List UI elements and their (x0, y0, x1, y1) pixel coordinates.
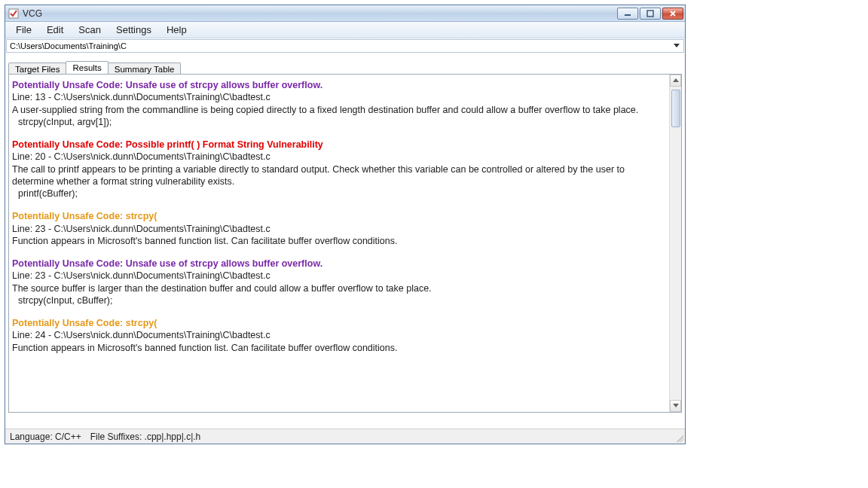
finding-description: The call to printf appears to be printin… (12, 163, 665, 188)
path-text: C:\Users\Documents\Training\C (8, 41, 671, 50)
menu-bar: File Edit Scan Settings Help (5, 22, 685, 38)
menu-scan[interactable]: Scan (71, 22, 108, 38)
svg-rect-1 (625, 14, 631, 16)
tab-results[interactable]: Results (66, 61, 108, 74)
menu-help[interactable]: Help (159, 22, 194, 38)
chevron-down-icon[interactable] (671, 44, 682, 48)
scroll-down-icon[interactable] (670, 400, 681, 412)
results-panel: Potentially Unsafe Code: Unsafe use of s… (8, 74, 682, 413)
finding-item[interactable]: Potentially Unsafe Code: Unsafe use of s… (12, 258, 665, 307)
status-bar: Language: C/C++ File Suffixes: .cpp|.hpp… (5, 429, 685, 444)
finding-title: Potentially Unsafe Code: Possible printf… (12, 139, 665, 151)
finding-item[interactable]: Potentially Unsafe Code: strcpy(Line: 23… (12, 210, 665, 247)
finding-code-snippet: strcpy(cInput, cBuffer); (12, 294, 665, 307)
minimize-button[interactable] (617, 8, 638, 20)
tab-target-files[interactable]: Target Files (8, 63, 66, 75)
window-controls (617, 8, 683, 20)
finding-title: Potentially Unsafe Code: strcpy( (12, 317, 665, 329)
finding-description: Function appears in Microsoft's banned f… (12, 235, 665, 247)
finding-location: Line: 20 - C:\Users\nick.dunn\Documents\… (12, 151, 665, 163)
vertical-scrollbar[interactable] (669, 75, 681, 412)
vcg-window: VCG File Edit Scan Settings Help C:\User… (5, 5, 686, 444)
menu-settings[interactable]: Settings (108, 22, 159, 38)
app-icon (8, 8, 19, 19)
finding-title: Potentially Unsafe Code: Unsafe use of s… (12, 79, 665, 91)
title-bar[interactable]: VCG (5, 5, 685, 22)
tab-summary-table[interactable]: Summary Table (108, 63, 182, 75)
status-language: Language: C/C++ (10, 432, 81, 442)
status-suffixes: File Suffixes: .cpp|.hpp|.c|.h (90, 432, 201, 442)
close-button[interactable] (662, 8, 683, 20)
finding-title: Potentially Unsafe Code: strcpy( (12, 210, 665, 222)
finding-code-snippet: printf(cBuffer); (12, 188, 665, 200)
finding-item[interactable]: Potentially Unsafe Code: Possible printf… (12, 139, 665, 200)
path-combo[interactable]: C:\Users\Documents\Training\C (6, 39, 684, 53)
finding-description: Function appears in Microsoft's banned f… (12, 342, 665, 354)
finding-location: Line: 24 - C:\Users\nick.dunn\Documents\… (12, 329, 665, 341)
finding-item[interactable]: Potentially Unsafe Code: Unsafe use of s… (12, 79, 665, 128)
results-content[interactable]: Potentially Unsafe Code: Unsafe use of s… (9, 75, 669, 412)
scrollbar-thumb[interactable] (671, 90, 680, 127)
finding-location: Line: 23 - C:\Users\nick.dunn\Documents\… (12, 223, 665, 235)
maximize-button[interactable] (640, 8, 661, 20)
finding-location: Line: 23 - C:\Users\nick.dunn\Documents\… (12, 270, 665, 282)
tab-strip: Target Files Results Summary Table (8, 59, 682, 74)
scroll-up-icon[interactable] (670, 75, 681, 87)
menu-edit[interactable]: Edit (39, 22, 71, 38)
finding-code-snippet: strcpy(cInput, argv[1]); (12, 116, 665, 128)
finding-description: A user-supplied string from the commandl… (12, 104, 665, 116)
finding-location: Line: 13 - C:\Users\nick.dunn\Documents\… (12, 91, 665, 103)
resize-grip-icon[interactable] (674, 433, 683, 442)
window-title: VCG (23, 8, 617, 19)
finding-title: Potentially Unsafe Code: Unsafe use of s… (12, 258, 665, 270)
finding-item[interactable]: Potentially Unsafe Code: strcpy(Line: 24… (12, 317, 665, 354)
menu-file[interactable]: File (8, 22, 39, 38)
finding-description: The source buffer is larger than the des… (12, 282, 665, 294)
svg-rect-2 (647, 11, 653, 17)
